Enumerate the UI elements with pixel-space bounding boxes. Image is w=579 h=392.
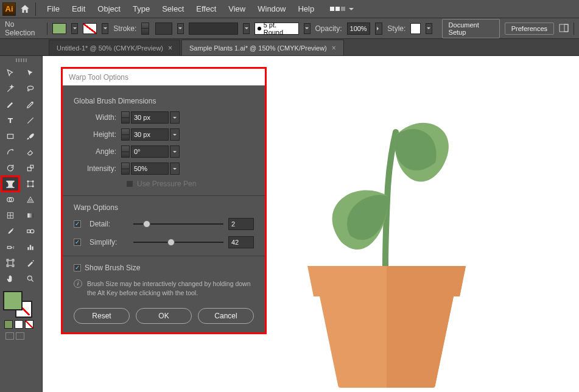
blend-tool-icon[interactable] [22, 224, 39, 239]
tab-sample-plants[interactable]: Sample Plants 1.ai* @ 150% (CMYK/Preview… [181, 40, 344, 55]
menu-help[interactable]: Help [292, 1, 320, 17]
home-icon[interactable] [19, 4, 30, 15]
curvature-tool-icon[interactable] [22, 97, 39, 112]
menu-effect[interactable]: Effect [190, 1, 222, 17]
show-brush-checkbox[interactable] [74, 264, 81, 271]
mesh-tool-icon[interactable] [2, 208, 19, 223]
ok-button[interactable]: OK [136, 308, 192, 324]
svg-rect-19 [29, 245, 30, 250]
color-mode-none[interactable] [25, 320, 33, 329]
workspace-switcher[interactable] [326, 3, 357, 15]
fill-swatch[interactable] [52, 23, 66, 34]
variable-width-profile[interactable] [189, 23, 238, 35]
tab-untitled[interactable]: Untitled-1* @ 50% (CMYK/Preview) × [49, 40, 180, 55]
style-dropdown[interactable] [426, 23, 432, 34]
style-swatch[interactable] [410, 23, 420, 34]
artboard-tool-icon[interactable] [2, 256, 19, 270]
menu-select[interactable]: Select [156, 1, 190, 17]
screen-mode-normal[interactable] [5, 332, 14, 340]
reset-button[interactable]: Reset [74, 308, 130, 324]
slice-tool-icon[interactable] [22, 256, 39, 270]
selection-tool-icon[interactable] [2, 66, 19, 80]
height-input[interactable] [131, 128, 169, 141]
svg-rect-6 [27, 181, 32, 186]
gradient-tool-icon[interactable] [22, 208, 39, 223]
type-tool-icon[interactable] [2, 113, 19, 128]
paintbrush-tool-icon[interactable] [22, 129, 39, 144]
menu-window[interactable]: Window [251, 1, 292, 17]
intensity-input[interactable] [131, 163, 169, 175]
stroke-weight-spinner[interactable] [141, 23, 149, 35]
close-icon[interactable]: × [332, 44, 336, 52]
tab-label: Sample Plants 1.ai* @ 150% (CMYK/Preview… [189, 44, 327, 52]
close-icon[interactable]: × [168, 44, 172, 52]
scale-tool-icon[interactable] [22, 161, 39, 175]
fill-dropdown[interactable] [71, 23, 78, 34]
color-mode-color[interactable] [4, 320, 13, 329]
eraser-tool-icon[interactable] [22, 145, 39, 159]
svg-rect-18 [27, 247, 29, 250]
menu-file[interactable]: File [41, 1, 66, 17]
symbol-sprayer-tool-icon[interactable] [2, 240, 19, 254]
warp-options-title: Warp Options [74, 203, 254, 212]
perspective-grid-tool-icon[interactable] [22, 192, 39, 207]
warp-tool-icon[interactable] [2, 177, 19, 191]
fill-color-swatch[interactable] [3, 291, 23, 310]
intensity-spinner[interactable] [121, 163, 130, 175]
detail-checkbox[interactable] [74, 220, 81, 228]
detail-value[interactable]: 2 [228, 218, 254, 230]
stroke-weight-field[interactable] [155, 23, 172, 35]
preferences-button[interactable]: Preferences [505, 23, 554, 35]
pen-tool-icon[interactable] [2, 97, 19, 112]
fill-stroke-indicator[interactable] [2, 290, 35, 318]
detail-slider[interactable] [133, 223, 223, 225]
column-graph-tool-icon[interactable] [22, 240, 39, 254]
width-dropdown[interactable] [170, 111, 180, 124]
magic-wand-tool-icon[interactable] [2, 82, 19, 96]
zoom-tool-icon[interactable] [22, 271, 39, 286]
rectangle-tool-icon[interactable] [2, 129, 19, 144]
rotate-tool-icon[interactable] [2, 161, 19, 175]
brush-definition[interactable]: 5 pt. Round [254, 23, 298, 35]
direct-selection-tool-icon[interactable] [22, 66, 39, 80]
pressure-pen-checkbox [126, 180, 133, 187]
height-spinner[interactable] [121, 128, 130, 141]
cancel-button[interactable]: Cancel [198, 308, 254, 324]
width-input[interactable] [131, 111, 169, 124]
screen-mode-full[interactable] [16, 332, 24, 340]
shape-builder-tool-icon[interactable] [2, 192, 19, 207]
detail-label: Detail: [89, 220, 128, 228]
width-spinner[interactable] [121, 111, 130, 124]
intensity-dropdown[interactable] [170, 163, 180, 175]
panel-grip[interactable] [2, 58, 40, 63]
simplify-checkbox[interactable] [74, 239, 81, 246]
panel-toggle-icon[interactable] [559, 23, 569, 34]
angle-dropdown[interactable] [170, 145, 180, 158]
eyedropper-tool-icon[interactable] [2, 224, 19, 239]
pressure-pen-label: Use Pressure Pen [137, 180, 196, 188]
stroke-weight-dropdown[interactable] [177, 23, 184, 34]
menu-object[interactable]: Object [91, 1, 127, 17]
angle-spinner[interactable] [121, 145, 130, 158]
line-segment-tool-icon[interactable] [22, 113, 39, 128]
document-tabs: Untitled-1* @ 50% (CMYK/Preview) × Sampl… [0, 39, 579, 56]
simplify-value[interactable]: 42 [228, 236, 254, 248]
brush-dropdown[interactable] [304, 23, 311, 34]
menu-type[interactable]: Type [127, 1, 156, 17]
shaper-tool-icon[interactable] [2, 145, 19, 159]
lasso-tool-icon[interactable] [22, 82, 39, 96]
menu-view[interactable]: View [222, 1, 251, 17]
opacity-field[interactable]: 100% [347, 23, 370, 35]
simplify-slider[interactable] [133, 242, 223, 243]
document-setup-button[interactable]: Document Setup [442, 19, 500, 38]
stroke-dropdown[interactable] [102, 23, 108, 34]
menu-edit[interactable]: Edit [66, 1, 91, 17]
angle-input[interactable] [131, 145, 169, 158]
variable-width-dropdown[interactable] [243, 23, 250, 34]
color-mode-gradient[interactable] [15, 320, 23, 329]
free-transform-tool-icon[interactable] [22, 177, 39, 191]
hand-tool-icon[interactable] [2, 271, 19, 286]
stroke-swatch[interactable] [83, 23, 97, 34]
opacity-arrow[interactable] [375, 23, 383, 35]
height-dropdown[interactable] [170, 128, 180, 141]
